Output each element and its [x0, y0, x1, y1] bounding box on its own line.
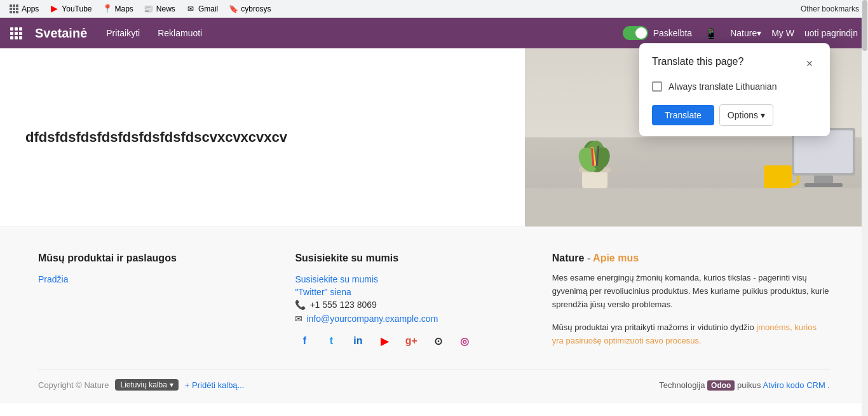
- popup-title: Translate this page?: [652, 56, 743, 67]
- plant-svg: [569, 128, 620, 191]
- footer-link-twitter[interactable]: "Twitter" siena: [295, 287, 526, 297]
- translate-popup: Translate this page? × Always translate …: [639, 43, 830, 136]
- social-instagram[interactable]: ◎: [455, 331, 474, 350]
- nav-phone-icon[interactable]: 📱: [702, 25, 720, 42]
- contact-phone: 📞 +1 555 123 8069: [295, 300, 526, 310]
- tech-text: Technologija: [659, 380, 705, 390]
- nature-desc2-part1: Mūsų produktai yra pritaikyti mažoms ir …: [552, 322, 757, 332]
- lang-selector[interactable]: Lietuvių kalba ▾: [115, 379, 178, 391]
- nature-desc2: Mūsų produktai yra pritaikyti mažoms ir …: [552, 321, 830, 348]
- bookmark-youtube[interactable]: ▶ YouTube: [45, 3, 95, 15]
- always-translate-checkbox[interactable]: [652, 81, 662, 92]
- toggle-group: Paskelbta: [623, 26, 692, 40]
- nav-link-reklamuoti[interactable]: Reklamuoti: [154, 25, 206, 41]
- apps-icon: [9, 4, 19, 14]
- youtube-icon: ▶: [49, 4, 59, 14]
- bookmark-gmail-label: Gmail: [198, 4, 218, 13]
- footer-col3-title: Nature - Apie mus: [552, 253, 830, 264]
- bookmark-youtube-label: YouTube: [62, 4, 92, 13]
- svg-rect-12: [804, 183, 843, 187]
- nature-title-text: Nature: [552, 253, 585, 263]
- footer-col-products: Mūsų produktai ir paslaugos Pradžia: [38, 253, 269, 350]
- social-linkedin[interactable]: in: [348, 331, 367, 350]
- add-language-link[interactable]: + Pridėti kalbą...: [185, 380, 245, 390]
- odoo-badge: Odoo: [707, 380, 735, 391]
- popup-actions: Translate Options ▾: [652, 104, 817, 126]
- nature-desc1: Mes esame energingų žmonių komanda, kuri…: [552, 272, 830, 311]
- nav-paskelbta-label: Paskelbta: [653, 28, 692, 38]
- nav-right-text[interactable]: uoti pagrindįn: [804, 28, 858, 38]
- checkbox-label: Always translate Lithuanian: [668, 81, 776, 92]
- scrollbar-thumb[interactable]: [862, 0, 867, 51]
- social-youtube[interactable]: ▶: [375, 331, 394, 350]
- toggle-switch[interactable]: [623, 26, 648, 40]
- atviro-link[interactable]: Atviro kodo CRM: [763, 380, 825, 390]
- cybrosys-icon: 🔖: [228, 4, 238, 14]
- social-github[interactable]: ⊙: [428, 331, 447, 350]
- news-icon: 📰: [144, 4, 154, 14]
- nav-myw[interactable]: My W: [771, 28, 794, 38]
- footer-bottom-right: Technologija Odoo puikus Atviro kodo CRM…: [659, 380, 830, 390]
- bookmark-news[interactable]: 📰 News: [140, 3, 179, 15]
- contact-email: ✉ info@yourcompany.example.com: [295, 314, 526, 324]
- nav-nature[interactable]: Nature▾: [730, 28, 761, 38]
- footer-bottom: Copyright © Nature Lietuvių kalba ▾ + Pr…: [38, 370, 830, 391]
- other-bookmarks[interactable]: Other bookmarks: [797, 3, 863, 15]
- lang-arrow: ▾: [170, 380, 173, 389]
- scrollbar-track: [862, 0, 868, 403]
- footer-link-susisiekite[interactable]: Susisiekite su mumis: [295, 274, 526, 284]
- footer-col-nature: Nature - Apie mus Mes esame energingų žm…: [552, 253, 830, 350]
- svg-rect-10: [794, 130, 853, 173]
- hero-title: dfdsfdsfdsfdsfdsfdsfdsfdscvxcvxcvxcv: [25, 129, 287, 146]
- bookmarks-bar: Apps ▶ YouTube 📍 Maps 📰 News ✉ Gmail 🔖 c…: [0, 0, 868, 18]
- desk-lines: [525, 188, 868, 226]
- navbar-grid-icon[interactable]: [10, 27, 22, 39]
- bookmark-cybrosys[interactable]: 🔖 cybrosys: [224, 3, 275, 15]
- hero-left: dfdsfdsfdsfdsfdsfdsfdsfdscvxcvxcvxcv: [0, 48, 525, 226]
- svg-rect-13: [525, 188, 868, 226]
- footer-col1-title: Mūsų produktai ir paslaugos: [38, 253, 269, 264]
- email-link[interactable]: info@yourcompany.example.com: [306, 314, 438, 324]
- options-button[interactable]: Options ▾: [719, 104, 773, 126]
- bookmark-maps-label: Maps: [115, 4, 133, 13]
- popup-header: Translate this page? ×: [652, 56, 817, 71]
- footer-grid: Mūsų produktai ir paslaugos Pradžia Susi…: [38, 253, 830, 350]
- social-facebook[interactable]: f: [295, 331, 314, 350]
- options-arrow-icon: ▾: [761, 110, 765, 120]
- social-googleplus[interactable]: g+: [402, 331, 421, 350]
- phone-icon: 📞: [295, 300, 306, 310]
- lang-label: Lietuvių kalba: [120, 380, 166, 389]
- footer-bottom-left: Copyright © Nature Lietuvių kalba ▾ + Pr…: [38, 379, 244, 391]
- bookmark-apps-label: Apps: [22, 4, 39, 13]
- popup-checkbox-row: Always translate Lithuanian: [652, 81, 817, 92]
- footer-col2-title: Susisiekite su mumis: [295, 253, 526, 264]
- bookmark-news-label: News: [156, 4, 175, 13]
- svg-rect-11: [814, 176, 833, 183]
- gmail-icon: ✉: [186, 4, 196, 14]
- bookmark-maps[interactable]: 📍 Maps: [98, 3, 137, 15]
- social-twitter[interactable]: t: [322, 331, 341, 350]
- bookmark-apps[interactable]: Apps: [5, 3, 43, 15]
- footer-period: .: [827, 380, 830, 390]
- social-icons: f t in ▶ g+ ⊙ ◎: [295, 331, 526, 350]
- footer-link-pradzia[interactable]: Pradžia: [38, 274, 269, 284]
- footer: Mūsų produktai ir paslaugos Pradžia Susi…: [0, 226, 868, 403]
- nature-about-link[interactable]: Apie mus: [593, 253, 639, 263]
- puikus-text: puikus: [737, 380, 763, 390]
- nav-link-pritaikyti[interactable]: Pritaikyti: [102, 25, 144, 41]
- email-icon: ✉: [295, 314, 302, 324]
- bookmark-cybrosys-label: cybrosys: [241, 4, 271, 13]
- footer-col-contact: Susisiekite su mumis Susisiekite su mumi…: [295, 253, 526, 350]
- translate-button[interactable]: Translate: [652, 105, 714, 125]
- phone-number: +1 555 123 8069: [309, 300, 377, 310]
- bookmark-gmail[interactable]: ✉ Gmail: [182, 3, 222, 15]
- popup-close-button[interactable]: ×: [802, 56, 817, 71]
- nature-title-sep: -: [587, 253, 593, 263]
- maps-icon: 📍: [102, 4, 112, 14]
- nav-brand[interactable]: Svetainė: [35, 26, 87, 41]
- options-label: Options: [728, 110, 758, 120]
- footer-copyright: Copyright © Nature: [38, 380, 109, 390]
